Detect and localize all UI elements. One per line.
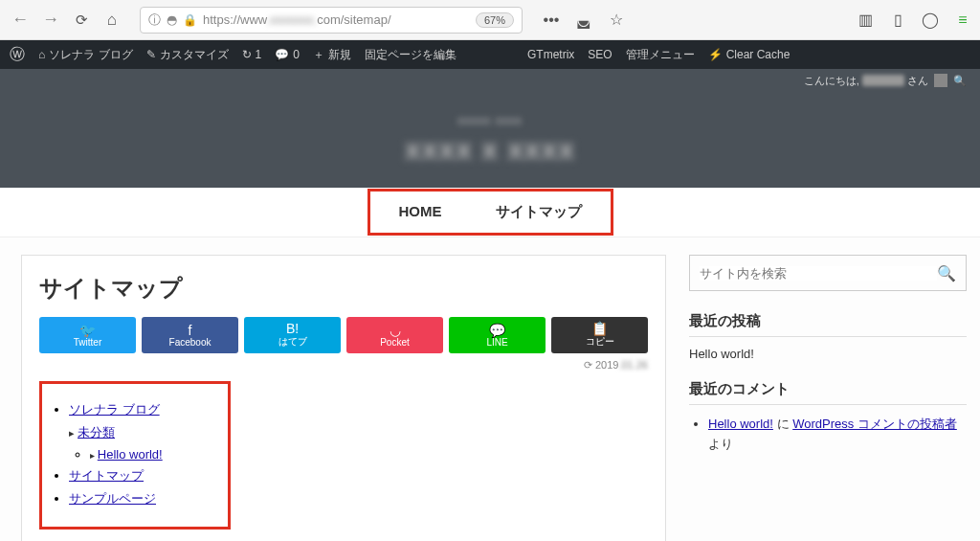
site-header: xxxxx xxxx xxxx x xxxx <box>0 92 980 188</box>
more-icon[interactable]: ••• <box>540 9 563 32</box>
share-buttons: 🐦Twitter fFacebook B!はてブ ◡Pocket 💬LINE 📋… <box>39 317 648 353</box>
wp-comments[interactable]: 💬0 <box>275 48 300 61</box>
share-hatebu[interactable]: B!はてブ <box>244 317 341 353</box>
post-date: ⟳ 2019.01.26 <box>39 359 648 372</box>
wp-logo[interactable]: ⓦ <box>10 45 25 65</box>
menu-icon[interactable]: ≡ <box>951 9 974 32</box>
wp-new[interactable]: ＋新規 <box>313 47 351 63</box>
site-search[interactable]: 🔍 <box>689 255 967 291</box>
wp-seo[interactable]: SEO <box>588 48 612 61</box>
back-button[interactable]: ← <box>8 8 33 33</box>
info-icon[interactable]: ⓘ <box>148 11 161 29</box>
shield-icon[interactable]: ◓ <box>167 12 177 27</box>
pocket-icon[interactable]: ◛ <box>572 9 595 32</box>
wp-admin-bar: ⓦ ⌂ソレナラ ブログ ✎カスタマイズ ↻1 💬0 ＋新規 固定ページを編集 G… <box>0 40 980 69</box>
wp-site-link[interactable]: ⌂ソレナラ ブログ <box>38 47 133 63</box>
wp-customize[interactable]: ✎カスタマイズ <box>146 47 229 63</box>
sitemap-post-link[interactable]: Hello world! <box>90 447 214 462</box>
star-icon[interactable]: ☆ <box>605 9 628 32</box>
sitemap-page-link[interactable]: サイトマップ <box>69 467 214 485</box>
main-column: サイトマップ 🐦Twitter fFacebook B!はてブ ◡Pocket … <box>21 255 666 541</box>
greeting-text: こんにちは, xxxxxxxx さん <box>804 74 928 88</box>
wp-gtmetrix[interactable]: GTmetrix <box>527 48 574 61</box>
reload-button[interactable]: ⟳ <box>69 8 94 33</box>
share-facebook[interactable]: fFacebook <box>142 317 238 353</box>
share-pocket[interactable]: ◡Pocket <box>346 317 443 353</box>
avatar-icon[interactable] <box>934 74 947 87</box>
page-title: サイトマップ <box>39 273 648 304</box>
sidebar-icon[interactable]: ▯ <box>886 9 909 32</box>
search-input[interactable] <box>700 266 937 281</box>
comment-post-link[interactable]: Hello world! <box>708 417 773 431</box>
sitemap-category[interactable]: 未分類 Hello world! <box>69 424 214 462</box>
wp-clear-cache[interactable]: ⚡Clear Cache <box>708 48 791 61</box>
search-icon[interactable]: 🔍 <box>953 75 967 87</box>
share-copy[interactable]: 📋コピー <box>551 317 648 353</box>
sitemap-annotation-box: ソレナラ ブログ 未分類 Hello world! サイトマップ サンプルページ <box>39 381 231 530</box>
widget-recent-posts: Hello world! <box>689 347 967 361</box>
site-nav: HOME サイトマップ <box>0 188 980 237</box>
wp-refresh[interactable]: ↻1 <box>242 48 262 61</box>
nav-sitemap[interactable]: サイトマップ <box>469 193 609 231</box>
site-title[interactable]: xxxx x xxxx <box>405 133 575 166</box>
lock-icon: 🔒 <box>183 13 197 27</box>
sidebar-column: 🔍 最近の投稿 Hello world! 最近のコメント Hello world… <box>689 255 967 541</box>
share-twitter[interactable]: 🐦Twitter <box>39 317 136 353</box>
widget-recent-comments: Hello world! に WordPress コメントの投稿者 より <box>689 415 967 455</box>
sitemap-page-link[interactable]: サンプルページ <box>69 490 214 507</box>
url-bar[interactable]: ⓘ ◓ 🔒 https://www.xxxxxxx.com/sitemap/ 6… <box>140 7 523 34</box>
widget-recent-comments-title: 最近のコメント <box>689 380 967 405</box>
url-text: https://www.xxxxxxx.com/sitemap/ <box>203 12 391 27</box>
browser-toolbar: ← → ⟳ ⌂ ⓘ ◓ 🔒 https://www.xxxxxxx.com/si… <box>0 0 980 40</box>
forward-button[interactable]: → <box>38 8 63 33</box>
library-icon[interactable]: ▥ <box>854 9 877 32</box>
account-icon[interactable]: ◯ <box>919 9 942 32</box>
recent-comment-item: Hello world! に WordPress コメントの投稿者 より <box>708 415 967 455</box>
nav-home[interactable]: HOME <box>372 193 469 231</box>
content-area: サイトマップ 🐦Twitter fFacebook B!はてブ ◡Pocket … <box>0 237 980 541</box>
wp-greeting-bar: こんにちは, xxxxxxxx さん 🔍 <box>0 69 980 92</box>
search-icon[interactable]: 🔍 <box>937 264 956 282</box>
wp-edit-page[interactable]: 固定ページを編集 <box>365 47 457 63</box>
nav-highlight-box: HOME サイトマップ <box>368 189 613 236</box>
comment-author-link[interactable]: WordPress コメントの投稿者 <box>792 417 957 431</box>
share-line[interactable]: 💬LINE <box>449 317 546 353</box>
sitemap-top-link[interactable]: ソレナラ ブログ <box>69 401 214 418</box>
recent-post-link[interactable]: Hello world! <box>689 347 754 361</box>
widget-recent-posts-title: 最近の投稿 <box>689 312 967 337</box>
zoom-badge[interactable]: 67% <box>476 12 514 28</box>
wp-admin-menu[interactable]: 管理メニュー <box>626 47 695 63</box>
site-subtitle: xxxxx xxxx <box>457 114 522 127</box>
home-button[interactable]: ⌂ <box>100 8 124 33</box>
